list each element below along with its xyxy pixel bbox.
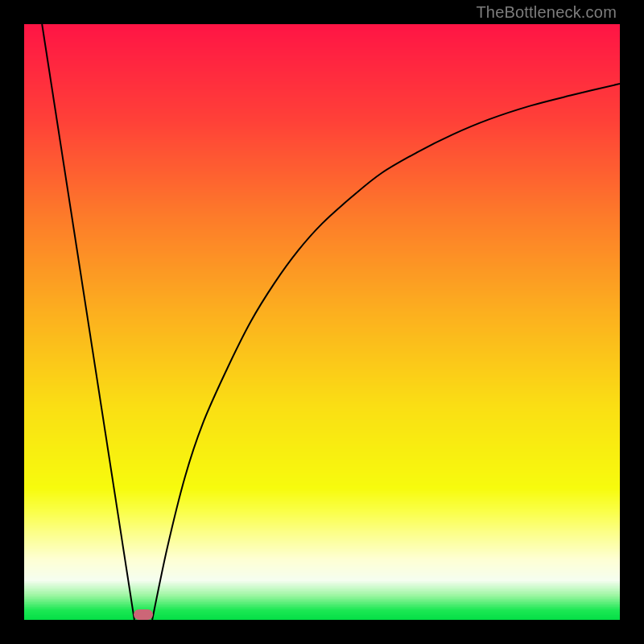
curve-right-path <box>152 84 620 620</box>
watermark-label: TheBottleneck.com <box>476 3 617 22</box>
bottleneck-marker <box>134 609 153 620</box>
plot-area <box>24 24 620 620</box>
curve-svg <box>24 24 620 620</box>
curve-left-path <box>42 24 134 620</box>
chart-frame: TheBottleneck.com <box>0 0 644 644</box>
